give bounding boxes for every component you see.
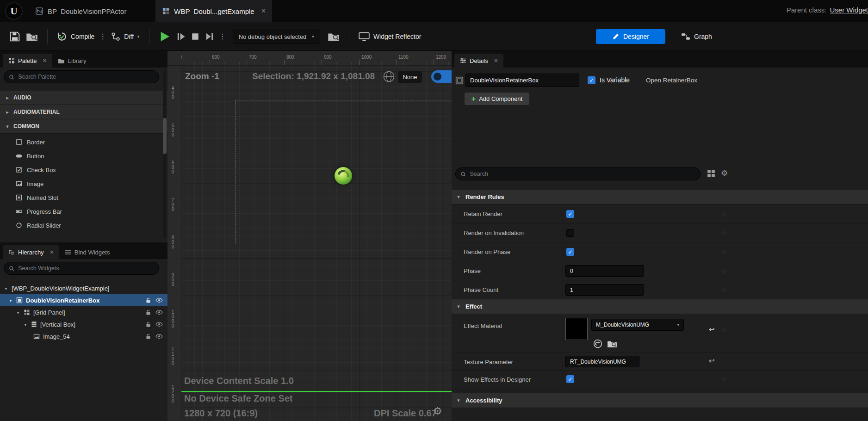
revert-icon[interactable]: ↩ [709, 325, 715, 334]
dpi-settings-gear-icon[interactable]: ⚙ [433, 405, 442, 417]
tab-hierarchy[interactable]: Hierarchy × [3, 245, 59, 259]
palette-category-audio[interactable]: ▸ AUDIO [0, 91, 167, 105]
lock-icon[interactable] [145, 297, 151, 303]
tab-bp-doublevisionppactor[interactable]: BP_DoubleVisionPPActor [29, 0, 133, 22]
lock-icon[interactable] [145, 310, 151, 316]
texture-parameter-input[interactable] [565, 356, 639, 367]
hierarchy-search-input[interactable] [18, 265, 154, 272]
widget-image-preview[interactable] [335, 167, 352, 185]
browse-debug-button[interactable] [328, 31, 340, 42]
graph-mode-button[interactable]: Graph [681, 29, 712, 44]
effect-material-dropdown[interactable]: M_DoubleVisionUMG ▾ [591, 319, 684, 331]
section-render-rules[interactable]: ▾ Render Rules [452, 190, 868, 204]
stop-button[interactable] [191, 32, 199, 41]
tree-row-retainerbox[interactable]: ▾ DoubleVisionRetainerBox [0, 294, 167, 306]
frame-skip-button[interactable] [176, 32, 186, 41]
tree-row-vertical-box[interactable]: ▾ [Vertical Box] [0, 318, 167, 330]
section-accessibility[interactable]: ▾ Accessibility [452, 393, 868, 408]
save-button[interactable] [9, 31, 20, 42]
is-variable-checkbox[interactable]: ✓ [588, 76, 595, 84]
close-icon[interactable]: × [261, 7, 266, 15]
chevron-down-icon[interactable]: ▾ [23, 322, 28, 327]
unreal-logo-icon[interactable]: U [5, 2, 23, 20]
details-search-input[interactable] [470, 171, 695, 177]
eye-icon[interactable] [155, 310, 163, 315]
play-button[interactable] [159, 31, 171, 43]
material-thumbnail[interactable] [565, 318, 588, 340]
palette-category-audiomaterial[interactable]: ▸ AUDIOMATERIAL [0, 105, 167, 119]
property-label: Phase [464, 267, 481, 274]
compile-options-icon[interactable]: ⋮ [99, 33, 106, 40]
ruler-mark: 1200 [436, 55, 446, 60]
tab-bind-widgets[interactable]: Bind Widgets [59, 245, 116, 259]
open-retainerbox-link[interactable]: Open RetainerBox [646, 77, 697, 84]
compile-button[interactable]: Compile [57, 31, 94, 42]
diff-button[interactable]: Diff ▾ [111, 32, 139, 41]
palette-item-border[interactable]: Border [0, 135, 162, 149]
details-search[interactable] [455, 167, 701, 180]
add-component-button[interactable]: + Add Component [465, 93, 529, 105]
revert-icon[interactable]: ↩ [709, 357, 715, 365]
widget-name-input[interactable] [465, 74, 579, 87]
section-label: Effect [465, 303, 482, 310]
play-options-icon[interactable]: ⋮ [219, 33, 226, 40]
palette-item-progress-bar[interactable]: Progress Bar [0, 204, 162, 218]
screen-size-globe-icon[interactable] [383, 71, 395, 82]
browse-to-asset-icon[interactable] [607, 339, 617, 348]
hierarchy-search[interactable] [4, 262, 159, 275]
chevron-down-icon[interactable]: ▾ [4, 286, 8, 291]
palette-category-common[interactable]: ▾ COMMON [0, 119, 167, 134]
debug-object-dropdown[interactable]: No debug object selected ▾ [233, 30, 320, 43]
chevron-down-icon[interactable]: ▾ [8, 298, 13, 303]
phase-input[interactable] [565, 265, 644, 277]
close-icon[interactable]: × [43, 57, 46, 64]
play-icon [159, 31, 171, 43]
widget-reflector-button[interactable]: Widget Reflector [359, 32, 421, 41]
palette-item-named-slot[interactable]: Named Slot [0, 191, 162, 204]
lock-icon[interactable] [145, 334, 151, 340]
palette-item-button[interactable]: Button [0, 149, 162, 163]
tree-row-grid-panel[interactable]: ▾ [Grid Panel] [0, 306, 167, 318]
palette-item-radial-slider[interactable]: Radial Slider [0, 218, 162, 232]
palette-item-checkbox[interactable]: Check Box [0, 163, 162, 177]
section-effect[interactable]: ▾ Effect [452, 299, 868, 314]
settings-gear-icon[interactable]: ⚙ [721, 168, 728, 178]
palette-search[interactable] [4, 70, 159, 83]
tab-library[interactable]: Library [52, 54, 92, 68]
tree-row-image-54[interactable]: Image_54 [0, 330, 167, 342]
eye-icon[interactable] [155, 334, 163, 339]
close-icon[interactable]: × [50, 249, 54, 255]
designer-mode-button[interactable]: Designer [596, 29, 665, 44]
category-label: AUDIO [13, 94, 31, 101]
tab-details[interactable]: Details × [454, 54, 503, 68]
tab-palette[interactable]: Palette × [3, 54, 52, 68]
palette-scrollbar[interactable] [163, 70, 167, 238]
parent-class-link[interactable]: User Widget [830, 6, 868, 14]
close-icon[interactable]: × [494, 57, 498, 64]
palette-search-input[interactable] [18, 74, 154, 80]
retain-render-checkbox[interactable]: ✓ [566, 210, 574, 218]
chevron-down-icon[interactable]: ▾ [16, 310, 20, 315]
lock-icon[interactable] [145, 322, 151, 328]
eye-icon[interactable] [155, 297, 163, 303]
fill-screen-toggle[interactable] [431, 70, 452, 83]
display-filter-icon[interactable] [707, 169, 715, 178]
tab-wbp-widget-example[interactable]: WBP_Doubl...getExample × [155, 0, 272, 22]
browse-content-button[interactable] [26, 31, 38, 42]
palette-item-image[interactable]: Image [0, 177, 162, 191]
advance-button[interactable] [205, 32, 214, 41]
tree-root-row[interactable]: ▾ [WBP_DoubleVisionWidgetExample] [0, 282, 167, 294]
scrollbar-thumb[interactable] [163, 118, 167, 154]
use-selected-asset-icon[interactable] [593, 339, 602, 348]
anchor-none-button[interactable]: None [398, 71, 422, 83]
eye-icon[interactable] [155, 322, 163, 327]
phase-count-input[interactable] [565, 284, 644, 296]
render-on-phase-checkbox[interactable]: ✓ [566, 248, 574, 256]
folder-search-icon [26, 31, 38, 42]
blueprint-icon [35, 7, 43, 15]
item-label: Button [27, 153, 44, 160]
designer-canvas[interactable]: 500 600 700 800 900 1000 1100 1200 400 5… [167, 51, 452, 421]
chevron-down-icon: ▾ [312, 34, 314, 39]
show-effects-checkbox[interactable]: ✓ [566, 375, 574, 383]
render-on-invalidation-checkbox[interactable] [566, 229, 574, 237]
